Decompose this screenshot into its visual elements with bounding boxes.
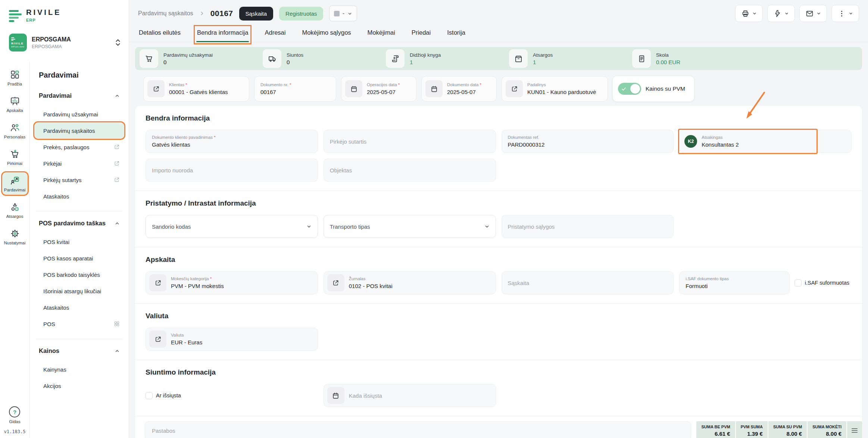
dashboard-icon xyxy=(10,70,20,79)
chevron-down-icon xyxy=(347,11,352,16)
menu-item-ataskaitos[interactable]: Ataskaitos xyxy=(34,188,124,204)
rail-item-pirkimai[interactable]: Pirkimai xyxy=(2,146,28,168)
menu-item-pardavimu-uzsakymai[interactable]: Pardavimų užsakymai xyxy=(34,106,124,122)
chart-board-icon xyxy=(10,96,20,106)
workspace-name: ERPOSGAMA xyxy=(32,36,71,43)
stat-atsargos[interactable]: Atsargos1 xyxy=(509,49,632,68)
total-suma-be-pvm: SUMA BE PVM 6.61 € xyxy=(696,421,735,438)
tab-bendra-informacija[interactable]: Bendra informacija xyxy=(196,28,249,42)
chevron-down-icon xyxy=(817,11,821,16)
menu-item-isoriniai-atsargu-likuciai[interactable]: Išoriniai atsargų likučiai xyxy=(34,283,124,299)
chevron-down-icon xyxy=(484,224,490,229)
objektas-field[interactable]: Objektas xyxy=(324,159,496,182)
dokumento-kliento-pavadinimas-field[interactable]: Dokumento kliento pavadinimasGatvės klie… xyxy=(146,130,318,153)
dokumentas-ref-field[interactable]: Dokumentas ref.PARD0000312 xyxy=(502,130,674,153)
valiuta-field[interactable]: ValiutaEUR - Euras xyxy=(146,328,318,351)
tab-detalios-eilutes[interactable]: Detalios eilutės xyxy=(138,28,181,42)
menu-item-pos-ataskaitos[interactable]: Ataskaitos xyxy=(34,299,124,316)
checkbox-input[interactable] xyxy=(794,279,802,287)
menu-item-pirkejai[interactable]: Pirkėjai xyxy=(34,155,124,172)
menu-item-akcijos[interactable]: Akcijos xyxy=(34,378,124,394)
shapes-icon xyxy=(10,202,20,212)
isaf-suformuotas-checkbox[interactable]: i.SAF suformuotas xyxy=(794,279,849,287)
menu-divider xyxy=(36,211,123,212)
saskaita-field[interactable]: Sąskaita xyxy=(502,271,674,294)
rail-item-pradzia[interactable]: Pradžia xyxy=(2,66,28,89)
rail-item-nustatymai[interactable]: Nustatymai xyxy=(2,225,28,248)
menu-item-pos-kasos-aparatai[interactable]: POS kasos aparatai xyxy=(34,250,124,266)
toggle-switch[interactable] xyxy=(618,83,641,95)
more-button[interactable] xyxy=(831,5,859,22)
padalinys-field[interactable]: PadalinysKUN01 - Kauno parduotuvė xyxy=(502,76,608,101)
menu-group-pos[interactable]: POS pardavimo taškas xyxy=(34,218,124,228)
tab-adresai[interactable]: Adresai xyxy=(264,28,286,42)
stat-didzioji-knyga[interactable]: Didžioji knyga1 xyxy=(386,49,509,68)
menu-item-pos[interactable]: POS xyxy=(34,316,124,332)
operacijos-data-field[interactable]: Operacijos data2025-05-07 xyxy=(341,76,416,101)
dokumento-nr-field[interactable]: Dokumento nr.00167 xyxy=(254,76,336,101)
totals-menu-button[interactable] xyxy=(846,421,862,438)
stat-pardavimu-uzsakymai[interactable]: Pardavimų užsakymai0 xyxy=(140,49,263,68)
breadcrumb[interactable]: Pardavimų sąskaitos xyxy=(138,10,193,17)
isaf-dokumento-tipas-field[interactable]: i.SAF dokumento tipasFormuoti xyxy=(679,271,790,294)
print-button[interactable] xyxy=(735,5,763,22)
checkbox-input[interactable] xyxy=(146,392,153,399)
section-heading: Apskaita xyxy=(146,256,852,264)
calendar-icon xyxy=(425,80,443,97)
kada-issiusta-field[interactable]: Kada išsiųsta xyxy=(324,384,496,407)
external-link-icon xyxy=(327,274,344,291)
sandorio-kodas-select[interactable]: Sandorio kodas xyxy=(146,215,318,238)
mokesciu-kategorija-field[interactable]: Mokesčių kategorijaPVM - PVM mokestis xyxy=(146,271,318,294)
transporto-tipas-select[interactable]: Transporto tipas xyxy=(324,215,496,238)
tab-mokejimai[interactable]: Mokėjimai xyxy=(367,28,396,42)
menu-item-pos-barkodo-taisykles[interactable]: POS barkodo taisyklės xyxy=(34,266,124,283)
external-link-icon xyxy=(506,80,523,97)
chevron-up-icon xyxy=(115,348,120,354)
klientas-field[interactable]: Klientas00001 - Gatvės klientas xyxy=(143,76,249,101)
menu-item-prekes-paslaugos[interactable]: Prekės, paslaugos xyxy=(34,139,124,155)
menu-item-pos-kvitai[interactable]: POS kvitai xyxy=(34,234,124,250)
external-link-icon xyxy=(114,177,120,183)
workspace-subtitle: ERPOSGAMA xyxy=(32,44,71,49)
dokumento-data-field[interactable]: Dokumento data2025-05-07 xyxy=(421,76,497,101)
pirkejo-sutartis-field[interactable]: Pirkėjo sutartis xyxy=(324,130,496,153)
pristatymo-salygos-field[interactable]: Pristatymo sąlygos xyxy=(502,215,674,238)
side-menu: Pardavimai Pardavimai Pardavimų užsakyma… xyxy=(30,62,129,438)
importo-nuoroda-field[interactable]: Importo nuoroda xyxy=(146,159,318,182)
hamburger-icon xyxy=(852,428,858,433)
email-button[interactable] xyxy=(799,5,827,22)
rail-item-apskaita[interactable]: Apskaita xyxy=(2,93,28,115)
ar-issiusta-checkbox[interactable]: Ar išsiųsta xyxy=(146,392,318,399)
rail-item-atsargos[interactable]: Atsargos xyxy=(2,199,28,221)
section-heading: Siuntimo informacija xyxy=(146,368,852,376)
chevron-up-icon xyxy=(115,221,120,226)
notes-input[interactable] xyxy=(145,421,691,438)
form-panel: Bendra informacija Dokumento kliento pav… xyxy=(135,106,862,438)
status-select[interactable]: - xyxy=(329,6,357,21)
workspace-chevrons-icon xyxy=(115,39,121,46)
menu-group-kainos[interactable]: Kainos xyxy=(34,346,124,356)
rail-item-personalas[interactable]: Personalas xyxy=(2,119,28,142)
lightning-icon xyxy=(774,10,781,18)
people-icon xyxy=(10,123,20,132)
menu-group-pardavimai[interactable]: Pardavimai xyxy=(34,91,124,101)
kainos-su-pvm-toggle[interactable]: Kainos su PVM xyxy=(613,76,694,101)
color-swatch-icon xyxy=(334,11,340,16)
logo-title: RIVILE xyxy=(26,8,61,17)
document-number: 00167 xyxy=(210,9,233,18)
atsakingas-field[interactable]: K2 AtsakingasKonsultantas 2 xyxy=(679,130,852,153)
tab-priedai[interactable]: Priedai xyxy=(411,28,431,42)
menu-item-kainynas[interactable]: Kainynas xyxy=(34,361,124,378)
rail-item-pardavimai[interactable]: Pardavimai xyxy=(2,172,28,195)
tab-istorija[interactable]: Istorija xyxy=(446,28,466,42)
ledger-icon xyxy=(386,49,405,68)
guide-button[interactable]: Gidas xyxy=(9,406,20,424)
stat-siuntos[interactable]: Siuntos0 xyxy=(263,49,386,68)
stat-skola[interactable]: Skola0.00 EUR xyxy=(632,49,755,68)
zurnalas-field[interactable]: Žurnalas0102 - POS kvitai xyxy=(324,271,496,294)
actions-button[interactable] xyxy=(767,5,795,22)
workspace-selector[interactable]: RIVILE ERP pos | demo ERPOSGAMA ERPOSGAM… xyxy=(7,32,123,53)
menu-item-pirkeju-sutartys[interactable]: Pirkėjų sutartys xyxy=(34,172,124,188)
tab-mokejimo-salygos[interactable]: Mokėjimo sąlygos xyxy=(301,28,352,42)
menu-item-pardavimu-saskaitos[interactable]: Pardavimų sąskaitos xyxy=(34,122,124,139)
